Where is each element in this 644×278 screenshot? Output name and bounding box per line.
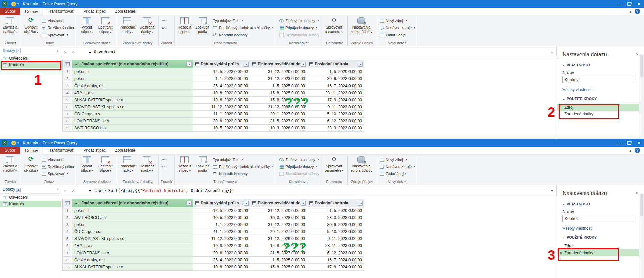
cell-date-issued[interactable]: 10. 8. 2022 0:00:00 — [193, 90, 250, 97]
cell-last-check[interactable]: 16. 7. 2024 0:00:00 — [307, 82, 364, 90]
table-row[interactable]: 1 pokus II 12. 5. 2023 0:00:00 31. 12. 2… — [62, 207, 557, 214]
menu-tab[interactable]: Súbor — [0, 8, 20, 15]
ribbon-button[interactable]: Ponechať riadky — [118, 16, 137, 40]
ribbon-button[interactable]: Vybrať stĺpce — [78, 16, 95, 40]
minimize-button[interactable] — [614, 139, 624, 147]
column-header[interactable]: Jméno společnosti (dle obchodního rejstř… — [72, 199, 193, 207]
applied-step[interactable]: Zoradené riadky — [557, 111, 644, 117]
query-name-input[interactable] — [562, 76, 634, 83]
query-item[interactable]: Osvedceni — [0, 194, 61, 201]
cell-last-check[interactable]: 23. 3. 2023 0:00:00 — [307, 125, 364, 132]
cell-valid-until[interactable]: 31. 12. 2020 0:00:00 — [250, 207, 307, 214]
cell-valid-until[interactable]: 1. 5. 2025 0:00:00 — [250, 82, 307, 90]
table-row[interactable]: 3 pokus 1. 1. 2022 0:00:00 31. 12. 2023 … — [62, 221, 557, 228]
cell-last-check[interactable]: 17. 9. 2024 0:00:00 — [307, 264, 364, 271]
column-header[interactable]: Platnost osvědčení do — [250, 199, 307, 207]
ribbon-button-small[interactable]: Použiť prvý riadok ako hlavičky — [212, 24, 274, 31]
cell-valid-until[interactable]: 31. 12. 2023 0:00:00 — [250, 75, 307, 82]
delete-step-icon[interactable] — [560, 251, 564, 255]
cell-valid-until[interactable]: 20. 1. 2027 0:00:00 — [250, 111, 307, 118]
ribbon-button[interactable]: Spravovať parametre — [323, 155, 345, 179]
settings-close-icon[interactable] — [636, 190, 639, 196]
scrollbar-thumb[interactable] — [640, 55, 643, 77]
menu-tab[interactable]: Pridať stĺpec — [78, 147, 110, 154]
table-row[interactable]: 2 AWT ROSCO a.s. 10. 5. 2023 0:00:00 10.… — [62, 214, 557, 221]
help-icon[interactable]: ? — [635, 148, 640, 153]
cell-valid-until[interactable]: 31. 12. 2086 0:00:00 — [250, 104, 307, 111]
query-item[interactable]: Osvedceni — [0, 55, 61, 62]
cell-last-check[interactable]: 30. 6. 2023 0:00:00 — [307, 75, 364, 82]
formula-input[interactable]: = Osvedceni — [86, 50, 548, 54]
cell-valid-until[interactable]: 31. 12. 2020 0:00:00 — [250, 68, 307, 75]
table-row[interactable]: 2 pokus 1. 1. 2022 0:00:00 31. 12. 2023 … — [62, 75, 557, 82]
applied-steps-section-header[interactable]: POUŽITÉ KROKY — [562, 235, 639, 239]
cell-company[interactable]: AWT ROSCO a.s. — [72, 214, 193, 221]
cell-valid-until[interactable]: 15. 8. 2025 0:00:00 — [250, 90, 307, 97]
filter-button[interactable] — [358, 201, 363, 206]
ribbon-button[interactable]: Zavrieť a načítať — [1, 16, 19, 40]
ribbon-button[interactable]: Odstrániť stĺpce — [96, 155, 114, 179]
collapse-pane-icon[interactable] — [57, 48, 58, 53]
menu-tab[interactable]: Zobrazenie — [110, 147, 140, 154]
cell-company[interactable]: STAVOPLAST KL spol. s r.o. — [72, 235, 193, 242]
settings-scrollbar[interactable] — [639, 54, 644, 139]
applied-step[interactable]: Zoradené riadky — [557, 249, 644, 256]
cell-valid-until[interactable]: 20. 1. 2027 0:00:00 — [250, 228, 307, 235]
ribbon-button-small[interactable]: Nedávne zdroje — [379, 163, 416, 170]
query-item[interactable]: Kontrola — [0, 62, 61, 68]
applied-steps-section-header[interactable]: POUŽITÉ KROKY — [562, 97, 639, 101]
table-row[interactable]: 6 STAVOPLAST KL spol. s r.o. 11. 12. 202… — [62, 104, 557, 111]
cell-date-issued[interactable]: 12. 5. 2023 0:00:00 — [193, 68, 250, 75]
ribbon-button-small[interactable]: Typ údajov: Text — [212, 17, 274, 24]
ribbon-button[interactable]: Odstrániť riadky — [138, 16, 156, 40]
cell-last-check[interactable]: 5. 10. 2023 0:00:00 — [307, 228, 364, 235]
cell-valid-until[interactable]: 31. 12. 2026 0:00:00 — [250, 235, 307, 242]
cancel-formula-icon[interactable] — [61, 188, 69, 193]
ribbon-button-small[interactable]: Rozšírený editor — [41, 163, 75, 170]
applied-step[interactable]: Zdroj — [557, 243, 644, 249]
cell-last-check[interactable]: 6. 12. 2023 0:00:00 — [307, 249, 364, 257]
formula-input[interactable]: = Table.Sort(Zdroj,{{"Poslední kontrola"… — [86, 188, 548, 193]
cell-last-check[interactable]: 1. 5. 2020 0:00:00 — [307, 68, 364, 75]
settings-scrollbar[interactable] — [639, 193, 644, 278]
menu-tab[interactable]: Pridať stĺpec — [78, 8, 110, 15]
cell-valid-until[interactable]: 31. 12. 2023 0:00:00 — [250, 221, 307, 228]
filter-button[interactable] — [301, 62, 306, 67]
collapse-ribbon-icon[interactable] — [630, 149, 631, 152]
table-menu-button[interactable] — [62, 199, 72, 207]
commit-formula-icon[interactable] — [69, 188, 77, 193]
cell-company[interactable]: 4RAIL, a.s. — [72, 90, 193, 97]
ribbon-button[interactable]: Zoskupiť podľa — [194, 16, 211, 40]
cell-company[interactable]: ALKAL BATERIE spol. s r.o. — [72, 97, 193, 104]
cell-last-check[interactable]: 23. 3. 2023 0:00:00 — [307, 214, 364, 221]
cell-last-check[interactable]: 23. 11. 2023 0:00:00 — [307, 242, 364, 249]
ribbon-button-small[interactable]: Spravovať — [41, 32, 75, 38]
cell-company[interactable]: ČD Cargo, a.s. — [72, 228, 193, 235]
ribbon-button-small[interactable] — [161, 156, 171, 163]
table-row[interactable]: 8 České dráhy, a.s. 25. 4. 2022 0:00:00 … — [62, 257, 557, 264]
table-row[interactable]: 4 ČD Cargo, a.s. 11. 1. 2022 0:00:00 20.… — [62, 228, 557, 235]
cell-date-issued[interactable]: 10. 8. 2022 0:00:00 — [193, 242, 250, 249]
titlebar-dropdown-icon[interactable] — [17, 2, 19, 6]
cell-date-issued[interactable]: 11. 1. 2022 0:00:00 — [193, 111, 250, 118]
ribbon-button[interactable]: Odstrániť stĺpce — [96, 16, 114, 40]
cell-date-issued[interactable]: 1. 1. 2022 0:00:00 — [193, 221, 250, 228]
ribbon-button[interactable]: Nastavenia zdroja údajov — [349, 16, 374, 40]
cell-date-issued[interactable]: 25. 4. 2022 0:00:00 — [193, 257, 250, 264]
cell-valid-until[interactable]: 21. 5. 2027 0:00:00 — [250, 249, 307, 257]
close-button[interactable] — [634, 0, 644, 8]
menu-tab[interactable]: Domov — [20, 8, 43, 15]
cell-last-check[interactable]: 5. 10. 2023 0:00:00 — [307, 111, 364, 118]
cell-date-issued[interactable]: 10. 5. 2023 0:00:00 — [193, 214, 250, 221]
collapse-ribbon-icon[interactable] — [630, 10, 631, 13]
filter-button[interactable] — [244, 201, 249, 206]
cell-company[interactable]: České dráhy, a.s. — [72, 82, 193, 90]
cell-valid-until[interactable]: 10. 3. 2028 0:00:00 — [250, 214, 307, 221]
table-row[interactable]: 7 LOKO TRANS s.r.o. 20. 6. 2022 0:00:00 … — [62, 249, 557, 257]
menu-tab[interactable]: Domov — [20, 147, 43, 154]
menu-tab[interactable]: Transformovať — [43, 8, 78, 15]
cell-valid-until[interactable]: 21. 5. 2027 0:00:00 — [250, 118, 307, 125]
restore-button[interactable] — [624, 0, 634, 8]
ribbon-button[interactable]: Spravovať parametre — [323, 16, 345, 40]
cell-date-issued[interactable]: 25. 4. 2022 0:00:00 — [193, 82, 250, 90]
